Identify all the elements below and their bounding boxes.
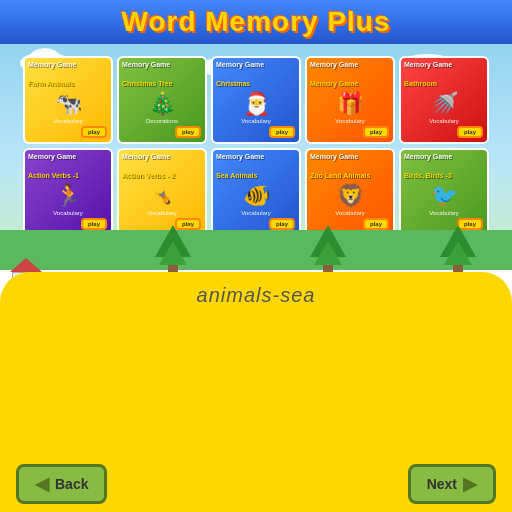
card-icon-6: 🏃 bbox=[48, 178, 88, 213]
tree-top2-2 bbox=[314, 241, 342, 265]
card-title-8: Memory Game bbox=[216, 153, 296, 161]
cards-row-1: Memory Game Farm Animals 🐄 Vocabulary pl… bbox=[6, 56, 506, 144]
card-cat-7: Vocabulary bbox=[122, 210, 202, 216]
card-cat-6: Vocabulary bbox=[28, 210, 108, 216]
card-title-7: Memory Game bbox=[122, 153, 202, 161]
card-play-btn-4[interactable]: play bbox=[363, 126, 389, 138]
card-bathroom[interactable]: Memory Game Bathroom 🚿 Vocabulary play bbox=[399, 56, 489, 144]
game-subtitle: animals-sea bbox=[0, 272, 512, 307]
back-arrow-icon: ◀ bbox=[35, 473, 49, 495]
card-title-2: Memory Game bbox=[122, 61, 202, 69]
card-icon-8: 🐠 bbox=[236, 178, 276, 213]
card-cat-3: Vocabulary bbox=[216, 118, 296, 124]
card-icon-9: 🦁 bbox=[330, 178, 370, 213]
card-icon-1: 🐄 bbox=[48, 86, 88, 121]
card-cat-5: Vocabulary bbox=[404, 118, 484, 124]
card-icon-5: 🚿 bbox=[424, 86, 464, 121]
card-sea-animals[interactable]: Memory Game Sea Animals 🐠 Vocabulary pla… bbox=[211, 148, 301, 236]
card-title-6: Memory Game bbox=[28, 153, 108, 161]
cards-area: Memory Game Farm Animals 🐄 Vocabulary pl… bbox=[0, 50, 512, 250]
card-play-btn-3[interactable]: play bbox=[269, 126, 295, 138]
card-action-verbs-2[interactable]: Memory Game Action Verbs - 2 🤸 Vocabular… bbox=[117, 148, 207, 236]
card-title-10: Memory Game bbox=[404, 153, 484, 161]
next-button[interactable]: Next ▶ bbox=[408, 464, 496, 504]
card-icon-3: 🎅 bbox=[236, 86, 276, 121]
tree-top2-1 bbox=[159, 241, 187, 265]
cards-row-2: Memory Game Action Verbs -1 🏃 Vocabulary… bbox=[6, 148, 506, 236]
card-land-animals[interactable]: Memory Game Zoo Land Animals 🦁 Vocabular… bbox=[305, 148, 395, 236]
card-play-btn-1[interactable]: play bbox=[81, 126, 107, 138]
next-arrow-icon: ▶ bbox=[463, 473, 477, 495]
card-title-5: Memory Game bbox=[404, 61, 484, 69]
card-icon-4: 🎁 bbox=[330, 86, 370, 121]
app-title: Word Memory Plus bbox=[121, 6, 390, 38]
next-label: Next bbox=[427, 476, 457, 492]
card-farm-animals[interactable]: Memory Game Farm Animals 🐄 Vocabulary pl… bbox=[23, 56, 113, 144]
card-memory-4[interactable]: Memory Game Memory Game 🎁 Vocabulary pla… bbox=[305, 56, 395, 144]
card-cat-10: Vocabulary bbox=[404, 210, 484, 216]
card-title-4: Memory Game bbox=[310, 61, 390, 69]
nav-buttons: ◀ Back Next ▶ bbox=[0, 464, 512, 504]
card-title-1: Memory Game bbox=[28, 61, 108, 69]
bottom-section: animals-sea 😊 dolphin 🐬 😊 😊 😊 😊 bbox=[0, 272, 512, 512]
card-icon-10: 🐦 bbox=[424, 178, 464, 213]
card-play-btn-2[interactable]: play bbox=[175, 126, 201, 138]
card-play-btn-5[interactable]: play bbox=[457, 126, 483, 138]
card-cat-2: Decorations bbox=[122, 118, 202, 124]
card-cat-8: Vocabulary bbox=[216, 210, 296, 216]
back-button[interactable]: ◀ Back bbox=[16, 464, 107, 504]
card-icon-2: 🎄 bbox=[142, 86, 182, 121]
card-birds[interactable]: Memory Game Birds, Birds -3 🐦 Vocabulary… bbox=[399, 148, 489, 236]
card-cat-1: Vocabulary bbox=[28, 118, 108, 124]
back-label: Back bbox=[55, 476, 88, 492]
card-christmas-tree[interactable]: Memory Game Christmas Tree 🎄 Decorations… bbox=[117, 56, 207, 144]
tree-top2-3 bbox=[444, 241, 472, 265]
card-icon-7: 🤸 bbox=[142, 178, 182, 213]
title-bar: Word Memory Plus bbox=[0, 0, 512, 44]
card-christmas[interactable]: Memory Game Christmas 🎅 Vocabulary play bbox=[211, 56, 301, 144]
card-cat-9: Vocabulary bbox=[310, 210, 390, 216]
card-title-3: Memory Game bbox=[216, 61, 296, 69]
card-cat-4: Vocabulary bbox=[310, 118, 390, 124]
house-roof bbox=[10, 258, 42, 272]
card-title-9: Memory Game bbox=[310, 153, 390, 161]
card-action-verbs-1[interactable]: Memory Game Action Verbs -1 🏃 Vocabulary… bbox=[23, 148, 113, 236]
